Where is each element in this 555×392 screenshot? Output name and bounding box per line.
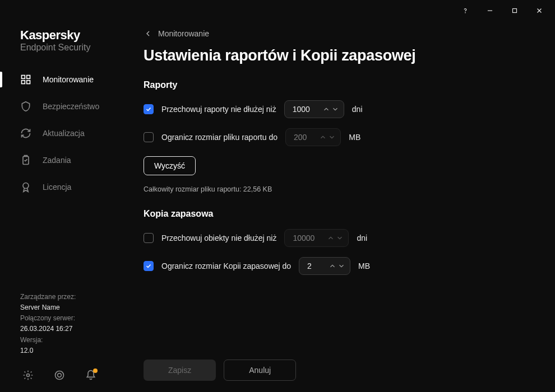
- badge-icon: [20, 181, 31, 193]
- notification-dot: [93, 368, 98, 373]
- minimize-button[interactable]: [479, 2, 501, 19]
- reports-limit-value: 200: [286, 133, 314, 142]
- shield-icon: [20, 101, 31, 112]
- chevron-up-icon[interactable]: [329, 262, 336, 270]
- breadcrumb-text: Monitorowanie: [158, 29, 209, 38]
- backup-store-unit: dni: [357, 234, 367, 242]
- support-icon[interactable]: [54, 370, 65, 381]
- chevron-down-icon[interactable]: [331, 105, 339, 113]
- version-label: Wersja:: [20, 335, 135, 346]
- backup-section-title: Kopia zapasowa: [144, 209, 537, 219]
- svg-point-0: [465, 12, 466, 13]
- sidebar-item-update[interactable]: Aktualizacja: [0, 120, 135, 147]
- reports-limit-spinner[interactable]: 200: [285, 128, 341, 146]
- reports-store-checkbox[interactable]: [144, 104, 154, 114]
- chevron-down-icon[interactable]: [337, 262, 345, 270]
- svg-point-13: [58, 374, 62, 377]
- close-button[interactable]: [528, 2, 551, 19]
- reports-store-value: 1000: [285, 105, 318, 114]
- sidebar-item-security[interactable]: Bezpieczeństwo: [0, 93, 135, 120]
- connected-label: Połączony serwer:: [20, 313, 135, 324]
- svg-point-11: [27, 374, 30, 377]
- managed-by-label: Zarządzane przez:: [20, 292, 135, 302]
- backup-limit-unit: MB: [358, 262, 370, 270]
- brand-subtitle: Endpoint Security: [20, 43, 135, 53]
- clear-row: Wyczyść: [144, 156, 537, 175]
- backup-store-label: Przechowuj obiekty nie dłużej niż: [161, 234, 276, 242]
- backup-store-value: 10000: [285, 234, 322, 242]
- chevron-down-icon[interactable]: [328, 133, 336, 141]
- sidebar-bottom-icons: [0, 362, 135, 392]
- footer-buttons: Zapisz Anuluj: [144, 349, 537, 392]
- sidebar-item-label: Zadania: [43, 156, 71, 165]
- sidebar-footer: Zarządzane przez: Server Name Połączony …: [0, 292, 135, 362]
- backup-limit-checkbox[interactable]: [144, 261, 154, 271]
- clear-button[interactable]: Wyczyść: [144, 156, 196, 175]
- chevron-left-icon: [144, 29, 152, 38]
- reports-limit-row: Ogranicz rozmiar pliku raportu do 200 MB: [144, 128, 537, 146]
- svg-rect-2: [513, 9, 517, 13]
- content: Monitorowanie Ustawienia raportów i Kopi…: [135, 21, 555, 392]
- svg-rect-8: [27, 81, 30, 84]
- window-titlebar: [0, 0, 555, 21]
- reports-limit-unit: MB: [349, 133, 360, 142]
- breadcrumb[interactable]: Monitorowanie: [144, 29, 537, 38]
- reports-limit-checkbox[interactable]: [144, 132, 154, 142]
- chevron-up-icon[interactable]: [319, 133, 327, 141]
- backup-limit-spinner[interactable]: 2: [299, 257, 350, 275]
- connected-value: 26.03.2024 16:27: [20, 324, 135, 334]
- page-title: Ustawienia raportów i Kopii zapasowej: [144, 47, 537, 64]
- backup-store-row: Przechowuj obiekty nie dłużej niż 10000 …: [144, 229, 537, 247]
- sidebar: Kaspersky Endpoint Security Monitorowani…: [0, 21, 135, 392]
- settings-icon[interactable]: [22, 370, 34, 381]
- sidebar-item-label: Aktualizacja: [43, 129, 85, 138]
- clipboard-icon: [20, 155, 31, 166]
- sidebar-item-label: Licencja: [43, 183, 71, 192]
- managed-by-value: Server Name: [20, 302, 135, 313]
- backup-limit-row: Ogranicz rozmiar Kopii zapasowej do 2 MB: [144, 257, 537, 275]
- backup-limit-label: Ogranicz rozmiar Kopii zapasowej do: [161, 262, 291, 270]
- reports-store-spinner[interactable]: 1000: [284, 100, 344, 118]
- brand: Kaspersky Endpoint Security: [0, 28, 135, 66]
- refresh-icon: [20, 128, 31, 139]
- chevron-up-icon[interactable]: [322, 105, 330, 113]
- sidebar-item-tasks[interactable]: Zadania: [0, 147, 135, 174]
- svg-rect-7: [22, 81, 25, 84]
- svg-point-12: [55, 371, 64, 380]
- chevron-up-icon[interactable]: [327, 234, 335, 242]
- cancel-button[interactable]: Anuluj: [224, 360, 296, 381]
- svg-point-10: [23, 183, 29, 189]
- sidebar-item-label: Monitorowanie: [43, 75, 94, 84]
- reports-store-unit: dni: [352, 105, 363, 114]
- save-button[interactable]: Zapisz: [144, 360, 216, 381]
- nav: Monitorowanie Bezpieczeństwo Aktualizacj…: [0, 66, 135, 200]
- backup-limit-value: 2: [299, 262, 324, 270]
- reports-store-row: Przechowuj raporty nie dłużej niż 1000 d…: [144, 100, 537, 118]
- brand-title: Kaspersky: [20, 28, 135, 43]
- maximize-button[interactable]: [503, 2, 526, 19]
- monitoring-icon: [20, 74, 31, 85]
- chevron-down-icon[interactable]: [336, 234, 344, 242]
- reports-section-title: Raporty: [144, 80, 537, 90]
- notifications-icon[interactable]: [85, 370, 96, 381]
- svg-rect-5: [22, 76, 25, 79]
- backup-store-spinner[interactable]: 10000: [284, 229, 349, 247]
- reports-limit-label: Ogranicz rozmiar pliku raportu do: [161, 133, 278, 142]
- help-button[interactable]: [454, 2, 477, 19]
- reports-store-label: Przechowuj raporty nie dłużej niż: [161, 105, 276, 114]
- backup-store-checkbox[interactable]: [144, 233, 154, 243]
- sidebar-item-license[interactable]: Licencja: [0, 174, 135, 200]
- sidebar-item-monitoring[interactable]: Monitorowanie: [0, 66, 135, 93]
- svg-rect-6: [27, 76, 30, 79]
- reports-total-size: Całkowity rozmiar pliku raportu: 22,56 K…: [144, 185, 537, 193]
- version-value: 12.0: [20, 346, 135, 356]
- sidebar-item-label: Bezpieczeństwo: [43, 102, 99, 111]
